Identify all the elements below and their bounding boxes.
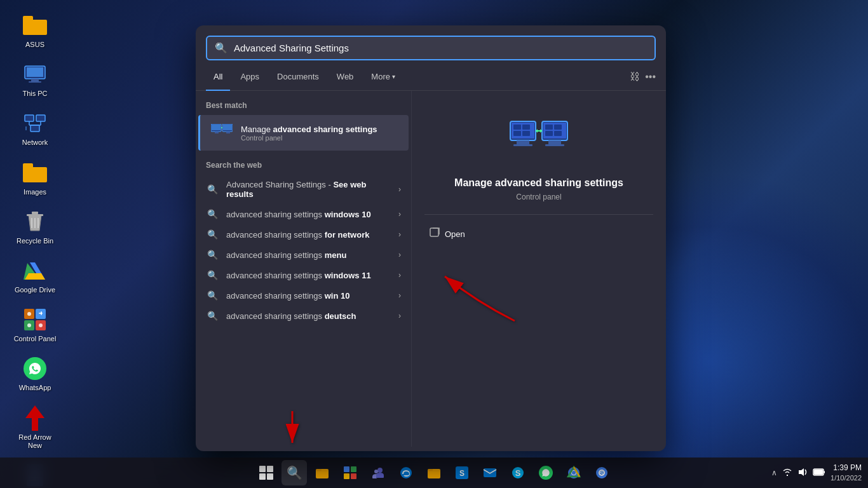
wifi-icon[interactable] <box>782 467 792 478</box>
svg-rect-4 <box>25 115 34 121</box>
web-search-header: Search the web <box>196 158 411 175</box>
taskbar-chrome-button[interactable] <box>561 460 587 485</box>
start-button[interactable] <box>254 460 279 485</box>
desktop-icon-recycle[interactable]: Recycle Bin <box>13 209 57 245</box>
svg-point-29 <box>39 323 43 327</box>
svg-rect-67 <box>545 125 553 130</box>
svg-rect-78 <box>344 473 349 479</box>
search-web-icon-2: 🔍 <box>206 229 219 240</box>
svg-rect-2 <box>31 79 39 81</box>
more-options-icon[interactable]: ••• <box>645 71 656 83</box>
desktop-icon-whatsapp[interactable]: WhatsApp <box>13 356 57 392</box>
search-icon: 🔍 <box>215 42 227 54</box>
svg-rect-11 <box>25 126 27 130</box>
tab-all[interactable]: All <box>206 68 230 85</box>
left-panel: Best match <box>196 91 412 447</box>
mail-icon <box>483 466 497 480</box>
web-item-2[interactable]: 🔍 advanced sharing settings for network … <box>196 224 411 245</box>
svg-rect-58 <box>548 140 561 144</box>
taskbar-chromeb-button[interactable]: S <box>589 460 614 485</box>
svg-rect-48 <box>223 125 232 130</box>
recycle-icon <box>22 209 48 234</box>
best-match-item[interactable]: Manage advanced sharing settings Control… <box>198 115 409 151</box>
svg-rect-6 <box>31 125 39 132</box>
preview-panel: Manage advanced sharing settings Control… <box>424 104 653 243</box>
thispc-icon <box>22 62 48 87</box>
web-item-5[interactable]: 🔍 advanced sharing settings win 10 › <box>196 285 411 306</box>
svg-rect-63 <box>513 125 521 130</box>
desktop-icon-controlpanel[interactable]: Control Panel <box>13 307 57 343</box>
files-icon <box>427 466 441 480</box>
taskbar-store-button[interactable] <box>337 460 363 485</box>
desktop-icon-network[interactable]: Network <box>13 111 57 147</box>
tab-documents[interactable]: Documents <box>269 68 327 85</box>
search-input-wrapper[interactable]: 🔍 <box>206 36 656 60</box>
controlpanel-label: Control Panel <box>14 335 57 343</box>
controlpanel-icon <box>22 307 48 332</box>
web-item-3[interactable]: 🔍 advanced sharing settings menu › <box>196 245 411 265</box>
svg-rect-27 <box>41 311 42 315</box>
taskbar-files-button[interactable] <box>421 460 447 485</box>
svg-point-81 <box>374 470 378 473</box>
taskbar-teams-button[interactable] <box>365 460 391 485</box>
svg-point-80 <box>377 468 383 473</box>
battery-icon[interactable] <box>813 468 825 478</box>
network-label: Network <box>22 139 48 147</box>
tab-more[interactable]: More ▾ <box>363 68 403 85</box>
system-clock[interactable]: 1:39 PM 1/10/2022 <box>831 463 862 482</box>
desktop-icon-thispc[interactable]: This PC <box>13 62 57 98</box>
fileexplorer-icon <box>315 466 329 480</box>
chevron-right-icon-6: › <box>398 311 401 320</box>
search-web-icon-6: 🔍 <box>206 311 219 321</box>
web-item-4[interactable]: 🔍 advanced sharing settings windows 11 › <box>196 265 411 285</box>
svg-rect-65 <box>513 131 521 136</box>
tab-web[interactable]: Web <box>329 68 362 85</box>
filter-tab-actions: ⛓ ••• <box>630 71 656 83</box>
svg-rect-64 <box>522 125 530 130</box>
images-label: Images <box>24 188 46 196</box>
tab-apps[interactable]: Apps <box>233 68 267 85</box>
taskbar-edge-button[interactable] <box>393 460 419 485</box>
svg-marker-30 <box>25 405 44 431</box>
search-input[interactable] <box>234 43 647 53</box>
taskbar-skype-button[interactable]: S <box>505 460 531 485</box>
chevron-down-icon: ▾ <box>392 73 395 80</box>
taskbar-msstore-button[interactable]: S <box>449 460 475 485</box>
chevron-right-icon-3: › <box>398 250 401 259</box>
svg-rect-5 <box>36 115 45 121</box>
web-item-1[interactable]: 🔍 advanced sharing settings windows 10 › <box>196 204 411 224</box>
chevron-right-icon: › <box>398 185 401 194</box>
desktop-icon-redarrow[interactable]: Red Arrow New <box>13 405 57 450</box>
svg-rect-12 <box>27 214 43 216</box>
desktop-icon-images[interactable]: Images <box>13 160 57 196</box>
preview-divider <box>424 214 653 215</box>
taskbar-whatsapp-button[interactable] <box>533 460 559 485</box>
desktop: ASUS This PC <box>0 0 868 488</box>
open-button[interactable]: Open <box>424 225 470 243</box>
taskbar-mail-button[interactable] <box>477 460 503 485</box>
svg-rect-84 <box>428 469 433 471</box>
web-item-0[interactable]: 🔍 Advanced Sharing Settings - See web re… <box>196 175 411 204</box>
svg-rect-75 <box>316 469 322 471</box>
taskbar-search-button[interactable]: 🔍 <box>281 460 307 485</box>
volume-icon[interactable] <box>797 467 808 478</box>
open-icon <box>430 227 440 240</box>
desktop-icon-asus[interactable]: ASUS <box>13 13 57 49</box>
svg-rect-70 <box>554 131 562 136</box>
chevron-up-icon[interactable]: ∧ <box>771 468 777 477</box>
share-icon[interactable]: ⛓ <box>630 71 640 83</box>
redarrow-icon <box>22 405 48 431</box>
best-match-header: Best match <box>196 98 411 115</box>
desktop-icon-gdrive[interactable]: Google Drive <box>13 258 57 294</box>
images-icon <box>22 160 48 186</box>
search-window: 🔍 All Apps Documents Web More ▾ <box>196 25 666 451</box>
chevron-right-icon-4: › <box>398 271 401 280</box>
web-item-6[interactable]: 🔍 advanced sharing settings deutsch › <box>196 306 411 326</box>
svg-rect-50 <box>226 132 230 133</box>
search-web-icon-4: 🔍 <box>206 270 219 280</box>
right-panel: Manage advanced sharing settings Control… <box>412 91 666 447</box>
taskbar-fileexplorer-button[interactable] <box>309 460 335 485</box>
edge-icon <box>399 466 413 480</box>
windows-logo-icon <box>259 466 273 480</box>
chromeb-icon: S <box>595 466 609 480</box>
